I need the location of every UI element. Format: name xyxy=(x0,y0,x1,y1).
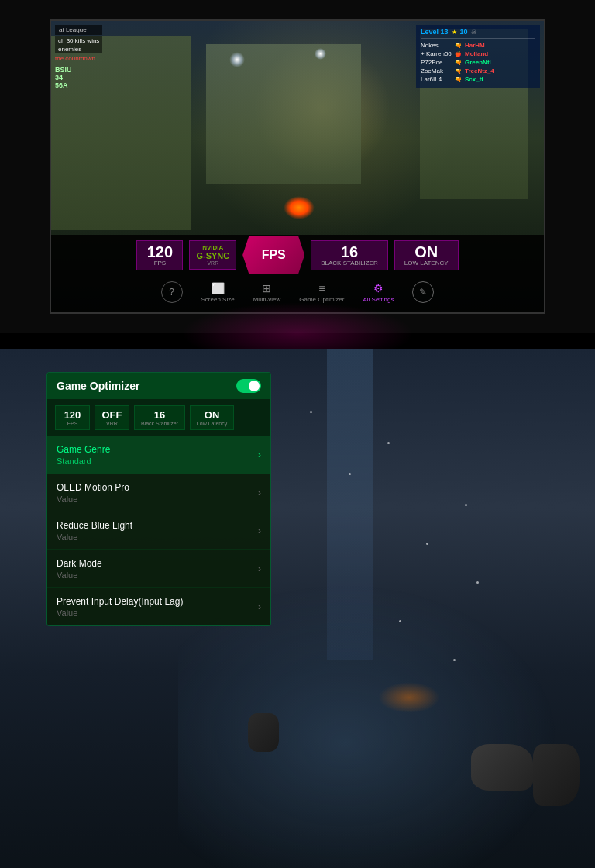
game-genre-chevron: › xyxy=(258,450,261,460)
reduce-blue-light-chevron: › xyxy=(258,525,261,536)
light-1 xyxy=(229,52,245,67)
low-latency-stat: ON Low Latency xyxy=(394,240,459,270)
fps-center-badge: FPS xyxy=(242,236,304,274)
top-game-section: at League ch 30 kills wins enemies the c… xyxy=(0,0,595,333)
prevent-input-delay-value: Value xyxy=(57,608,183,618)
game-ui-kills: ch 30 kills wins xyxy=(55,36,102,45)
panel-latency-label: Low Latency xyxy=(197,421,227,426)
screen-size-icon: ⬜ xyxy=(212,282,225,294)
fps-label: FPS xyxy=(146,260,173,267)
gsync-text: G-SYNC xyxy=(196,251,229,260)
waterfall xyxy=(327,349,373,660)
multi-view-label: Multi-view xyxy=(253,296,281,303)
player-row-3: P72Poe 🔫 GreenNtl xyxy=(421,59,535,66)
oled-motion-pro-menu-item[interactable]: OLED Motion Pro Value › xyxy=(47,474,270,512)
screen-size-label: Screen Size xyxy=(201,296,235,303)
building-center xyxy=(206,44,361,184)
hud-stats-row: 120 FPS NVIDIA G-SYNC VRR FPS 16 Black S… xyxy=(51,235,544,275)
panel-vrr-label: VRR xyxy=(101,421,122,426)
edit-button[interactable]: ✎ xyxy=(412,281,434,303)
snow-1 xyxy=(310,411,312,413)
game-optimizer-icon: ≡ xyxy=(318,282,325,294)
oled-motion-pro-title: OLED Motion Pro xyxy=(57,482,129,493)
oled-motion-pro-content: OLED Motion Pro Value xyxy=(57,482,129,504)
panel-latency-stat: ON Low Latency xyxy=(190,405,234,430)
enemies-label: enemies xyxy=(55,45,102,53)
bottom-game-section: 🎮 📺 🔊 Game Optimizer 120 FPS OFF VRR 16 … xyxy=(0,349,595,868)
panel-latency-number: ON xyxy=(197,409,227,421)
countdown-label: the countdown xyxy=(55,55,102,62)
light-2 xyxy=(315,48,326,60)
skull-icon: ☠ xyxy=(471,29,476,36)
prevent-input-delay-chevron: › xyxy=(258,601,261,612)
game-genre-value: Standard xyxy=(57,456,110,466)
multi-view-nav[interactable]: ⊞ Multi-view xyxy=(253,282,281,303)
orange-glow xyxy=(378,682,440,713)
oled-motion-pro-chevron: › xyxy=(258,487,261,498)
panel-header: Game Optimizer xyxy=(47,373,270,399)
snow-5 xyxy=(476,581,479,584)
hud-bar: 120 FPS NVIDIA G-SYNC VRR FPS 16 Black S… xyxy=(51,235,544,312)
game-optimizer-nav[interactable]: ≡ Game Optimizer xyxy=(299,282,344,303)
snow-8 xyxy=(453,659,456,661)
panel-blackstab-number: 16 xyxy=(141,409,178,421)
reduce-blue-light-content: Reduce Blue Light Value xyxy=(57,520,132,542)
snow-2 xyxy=(387,442,390,444)
snow-7 xyxy=(426,542,428,545)
level-bar: Level 13 ★ 10 ☠ xyxy=(421,28,535,39)
black-stab-label: Black Stabilizer xyxy=(321,260,378,267)
snow-3 xyxy=(465,504,467,506)
panel-vrr-number: OFF xyxy=(101,409,122,421)
multi-view-icon: ⊞ xyxy=(262,282,271,294)
panel-blackstab-label: Black Stabilizer xyxy=(141,421,178,426)
star-count: 10 xyxy=(460,28,468,36)
fps-number: 120 xyxy=(146,244,173,260)
dark-mode-content: Dark Mode Value xyxy=(57,558,102,580)
oled-motion-pro-value: Value xyxy=(57,494,129,504)
rock-1 xyxy=(471,744,533,790)
panel-fps-number: 120 xyxy=(62,409,83,421)
panel-blackstab-stat: 16 Black Stabilizer xyxy=(134,405,185,430)
all-settings-nav[interactable]: ⚙ All Settings xyxy=(363,282,394,303)
fps-stat: 120 FPS xyxy=(136,240,183,270)
reduce-blue-light-value: Value xyxy=(57,532,132,542)
game-optimizer-panel: 🎮 📺 🔊 Game Optimizer 120 FPS OFF VRR 16 … xyxy=(46,372,271,626)
nvidia-logo: NVIDIA xyxy=(196,244,229,251)
panel-stats-row: 120 FPS OFF VRR 16 Black Stabilizer ON L… xyxy=(47,399,270,436)
rock-2 xyxy=(533,744,580,806)
vrr-text: VRR xyxy=(196,260,229,266)
player-row-2: + Karren56 🍎 Molland xyxy=(421,50,535,57)
gsync-badge: NVIDIA G-SYNC VRR xyxy=(189,240,236,270)
optimizer-toggle[interactable] xyxy=(236,379,261,393)
panel-vrr-stat: OFF VRR xyxy=(95,405,129,430)
black-stab-number: 16 xyxy=(321,244,378,260)
dark-mode-value: Value xyxy=(57,570,102,580)
all-settings-icon: ⚙ xyxy=(373,282,383,294)
dark-mode-title: Dark Mode xyxy=(57,558,102,569)
muzzle-flash xyxy=(284,196,315,219)
score-display: BSIU 34 56A xyxy=(55,66,102,89)
prevent-input-delay-menu-item[interactable]: Prevent Input Delay(Input Lag) Value › xyxy=(47,588,270,625)
panel-title: Game Optimizer xyxy=(57,380,139,392)
scoreboard: Level 13 ★ 10 ☠ Nokes 🔫 HarHM + Karren56… xyxy=(416,25,540,88)
dark-mode-menu-item[interactable]: Dark Mode Value › xyxy=(47,550,270,588)
game-genre-menu-item[interactable]: Game Genre Standard › xyxy=(47,436,270,474)
help-button[interactable]: ? xyxy=(161,281,183,303)
low-latency-label: Low Latency xyxy=(404,260,449,267)
star-icon: ★ xyxy=(452,29,457,36)
panel-fps-label: FPS xyxy=(62,421,83,426)
game-screen: at League ch 30 kills wins enemies the c… xyxy=(50,19,545,314)
game-ui-topleft: at League ch 30 kills wins enemies the c… xyxy=(55,25,102,89)
screen-size-nav[interactable]: ⬜ Screen Size xyxy=(201,282,235,303)
panel-fps-stat: 120 FPS xyxy=(55,405,90,430)
player-row-5: Lar6IL4 🔫 Scx_tt xyxy=(421,76,535,83)
player-row-4: ZoeMak 🔫 TreeNtz_4 xyxy=(421,67,535,74)
dark-mode-chevron: › xyxy=(258,563,261,574)
game-genre-title: Game Genre xyxy=(57,444,110,455)
reduce-blue-light-title: Reduce Blue Light xyxy=(57,520,132,531)
league-title: at League xyxy=(55,25,102,35)
snow-6 xyxy=(399,620,401,622)
prevent-input-delay-title: Prevent Input Delay(Input Lag) xyxy=(57,596,183,607)
reduce-blue-light-menu-item[interactable]: Reduce Blue Light Value › xyxy=(47,512,270,550)
level-text: Level 13 xyxy=(421,28,449,36)
